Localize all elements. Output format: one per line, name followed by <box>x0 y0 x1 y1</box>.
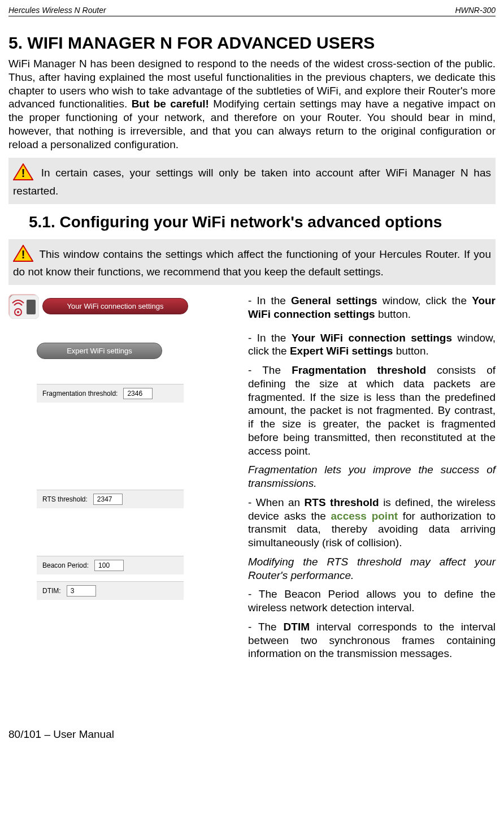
rts-input[interactable]: 2347 <box>93 494 123 505</box>
svg-text:!: ! <box>21 248 25 261</box>
fragmentation-note: Fragmentation lets you improve the succe… <box>248 463 496 490</box>
svg-point-6 <box>17 311 19 313</box>
svg-text:!: ! <box>21 167 25 179</box>
rts-field: RTS threshold: 2347 <box>37 490 184 508</box>
section-heading: 5.1. Configuring your WiFi network's adv… <box>29 213 496 231</box>
rts-note: Modifying the RTS threshold may affect y… <box>248 555 496 582</box>
step-general-settings: - In the General settings window, click … <box>248 294 496 321</box>
warning-icon: ! <box>13 245 33 266</box>
left-column: Your WiFi connection settings Expert WiF… <box>8 294 234 666</box>
beacon-label: Beacon Period: <box>42 561 89 569</box>
fragmentation-field: Fragmentation threshold: 2346 <box>37 384 184 403</box>
step-wifi-connection: - In the Your WiFi connection settings w… <box>248 331 496 358</box>
your-wifi-connection-button[interactable]: Your WiFi connection settings <box>42 298 188 314</box>
fragmentation-desc: - The Fragmentation threshold consists o… <box>248 364 496 457</box>
rts-label: RTS threshold: <box>42 495 88 503</box>
beacon-input[interactable]: 100 <box>94 560 124 571</box>
dtim-desc: - The DTIM interval corresponds to the i… <box>248 620 496 660</box>
header-right: HWNR-300 <box>455 6 496 15</box>
warning-icon: ! <box>13 163 33 184</box>
dtim-field: DTIM: 3 <box>37 581 184 600</box>
page-footer: 80/101 – User Manual <box>8 728 496 741</box>
page-header: Hercules Wireless N Router HWNR-300 <box>8 6 496 16</box>
dtim-label: DTIM: <box>42 587 61 595</box>
content-row: Your WiFi connection settings Expert WiF… <box>8 294 496 666</box>
notice-restart: ! In certain cases, your settings will o… <box>8 158 496 204</box>
chapter-heading: 5. WIFI MANAGER N FOR ADVANCED USERS <box>8 33 496 53</box>
beacon-desc: - The Beacon Period allows you to define… <box>248 587 496 615</box>
wifi-conn-row: Your WiFi connection settings <box>8 294 234 318</box>
fragmentation-input[interactable]: 2346 <box>123 388 153 399</box>
notice-settings: ! This window contains the settings whic… <box>8 239 496 285</box>
fragmentation-label: Fragmentation threshold: <box>42 390 118 397</box>
svg-rect-7 <box>27 300 36 314</box>
header-left: Hercules Wireless N Router <box>8 6 106 15</box>
right-column: - In the General settings window, click … <box>248 294 496 666</box>
beacon-field: Beacon Period: 100 <box>37 556 184 574</box>
wifi-logo-icon <box>8 294 38 318</box>
rts-desc: - When an RTS threshold is defined, the … <box>248 496 496 550</box>
expert-wifi-settings-button[interactable]: Expert WiFi settings <box>37 343 162 359</box>
intro-paragraph: WiFi Manager N has been designed to resp… <box>8 57 496 151</box>
dtim-input[interactable]: 3 <box>67 585 96 597</box>
